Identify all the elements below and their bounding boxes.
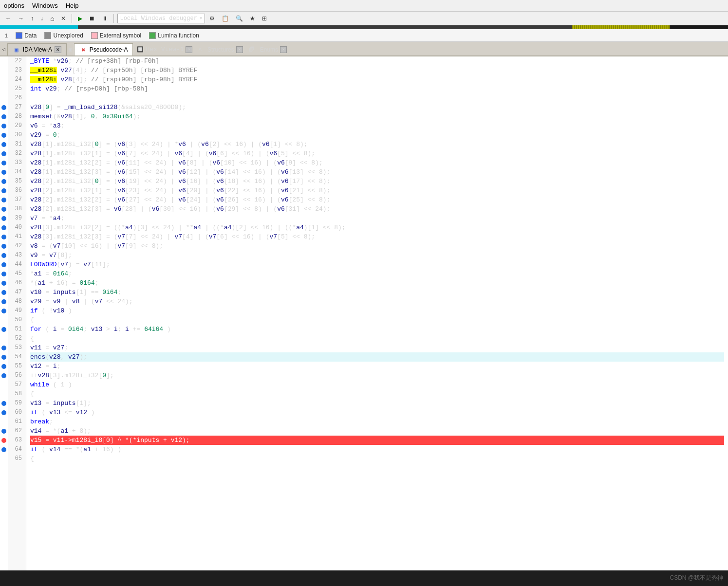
breakpoint-dot[interactable] <box>1 124 6 128</box>
breakpoint-dot[interactable] <box>1 105 6 110</box>
breakpoint-dot[interactable] <box>1 188 6 193</box>
breakpoint-dot[interactable] <box>1 142 6 147</box>
breakpoint-dot[interactable] <box>1 179 6 184</box>
breakpoint-dot[interactable] <box>1 235 6 239</box>
breakpoint-dot[interactable] <box>1 151 6 156</box>
line-number: 56 <box>10 371 22 380</box>
debugger-dropdown[interactable]: Local Windows debugger ▾ <box>117 14 205 23</box>
dropdown-arrow-icon: ▾ <box>199 15 203 22</box>
line-number: 24 <box>10 75 22 84</box>
tab-close-enums[interactable]: ✕ <box>280 46 287 53</box>
breakpoint-dot[interactable] <box>1 133 6 138</box>
code-line: if ( v14 == *(a1 + 16) ) <box>30 445 724 454</box>
breakpoint-dot[interactable] <box>1 447 6 452</box>
tab-icon-enums: 🗐 <box>249 46 254 53</box>
breakpoint-dot[interactable] <box>1 355 6 360</box>
line-number: 55 <box>10 362 22 371</box>
toolbar-btn-extra1[interactable]: ⚙ <box>207 14 217 23</box>
menu-options[interactable]: options <box>4 2 24 9</box>
gutter-cell <box>0 389 8 399</box>
line-number: 25 <box>10 84 22 93</box>
code-line: break; <box>30 417 724 426</box>
breakpoint-dot[interactable] <box>1 309 6 313</box>
line-number: 54 <box>10 352 22 362</box>
breakpoint-dot[interactable] <box>1 114 6 119</box>
breakpoint-dot[interactable] <box>1 272 6 276</box>
code-line: { <box>30 454 724 463</box>
breakpoint-dot[interactable] <box>1 161 6 165</box>
breakpoint-dot[interactable] <box>1 216 6 221</box>
legend-bar: 1 Data Unexplored External symbol Lumina… <box>0 29 728 42</box>
toolbar-btn-up[interactable]: ↑ <box>28 14 36 23</box>
toolbar-btn-back[interactable]: ← <box>3 14 14 23</box>
breakpoint-dot[interactable] <box>1 207 6 212</box>
breakpoint-dot[interactable] <box>1 253 6 258</box>
toolbar-btn-stop[interactable]: ⏹ <box>87 14 97 23</box>
code-line <box>30 93 724 103</box>
legend-num: 1 <box>5 33 8 38</box>
gutter-cell <box>0 167 8 177</box>
tab-label-enums[interactable]: Enums <box>260 46 278 53</box>
tab-pseudocode-a[interactable]: ✖ Pseudocode-A <box>74 43 133 55</box>
toolbar-btn-close[interactable]: ✕ <box>58 14 68 23</box>
gutter-cell <box>0 121 8 130</box>
tab-label-pseudocode-a: Pseudocode-A <box>90 46 128 53</box>
breakpoint-dot[interactable] <box>1 198 6 202</box>
tab-label-structures[interactable]: Structures <box>207 46 234 53</box>
toolbar-btn-pause[interactable]: ⏸ <box>99 14 110 23</box>
breakpoint-dot[interactable] <box>1 410 6 415</box>
tab-close-hex[interactable]: ✕ <box>186 46 192 53</box>
code-line: v28[2].m128i_i32[1] = (v6[23] << 24) | v… <box>30 186 724 195</box>
tab-label-hex-view-1[interactable]: Hex View-1 <box>146 46 184 53</box>
tab-close-ida-view-a[interactable]: ✕ <box>55 46 61 53</box>
breakpoint-dot[interactable] <box>1 281 6 286</box>
breakpoint-dot[interactable] <box>1 327 6 332</box>
breakpoint-dot[interactable] <box>1 262 6 267</box>
code-line: v12 = i; <box>30 362 724 371</box>
breakpoint-dot[interactable] <box>1 346 6 350</box>
breakpoint-dot[interactable] <box>1 225 6 230</box>
toolbar-btn-home[interactable]: ⌂ <box>48 13 56 24</box>
code-line: v14 = *(a1 + 8); <box>30 426 724 436</box>
breakpoint-dot[interactable] <box>1 429 6 434</box>
breakpoint-dot[interactable] <box>1 373 6 378</box>
breakpoint-dot[interactable] <box>1 290 6 295</box>
nav-bar-black <box>670 25 728 29</box>
code-line: v9 = v7[8]; <box>30 251 724 260</box>
tab-bar-arrow[interactable]: ◁ <box>2 46 5 53</box>
tab-close-structures[interactable]: ✕ <box>236 46 243 53</box>
breakpoint-dot[interactable] <box>1 170 6 175</box>
legend-dot-lumina <box>149 32 156 39</box>
menu-windows[interactable]: Windows <box>32 2 58 9</box>
gutter-cell <box>0 426 8 436</box>
line-number: 50 <box>10 315 22 325</box>
breakpoint-dot[interactable] <box>1 401 6 406</box>
breakpoint-dot[interactable] <box>1 244 6 249</box>
toolbar-btn-extra4[interactable]: ★ <box>247 14 258 23</box>
gutter-cell <box>0 186 8 195</box>
breakpoint-dot[interactable] <box>1 299 6 304</box>
toolbar-btn-play[interactable]: ▶ <box>75 14 85 23</box>
code-content[interactable]: _BYTE *v26; // [rsp+38h] [rbp-F0h] __m12… <box>26 56 728 570</box>
legend-dot-external <box>91 32 98 39</box>
gutter-cell <box>0 251 8 260</box>
gutter-cell <box>0 75 8 84</box>
toolbar-btn-forward[interactable]: → <box>16 14 26 23</box>
line-number: 32 <box>10 149 22 158</box>
toolbar-btn-extra5[interactable]: ⊞ <box>260 14 269 23</box>
code-line: v28[2].m128i_i32[0] = (v6[19] << 24) | v… <box>30 177 724 186</box>
menu-help[interactable]: Help <box>66 2 79 9</box>
gutter-cell <box>0 408 8 417</box>
menu-bar: options Windows Help <box>0 0 728 12</box>
line-number: 53 <box>10 343 22 352</box>
legend-dot-data <box>16 32 22 39</box>
breakpoint-dot[interactable] <box>1 438 6 443</box>
breakpoint-dot[interactable] <box>1 364 6 369</box>
line-number: 57 <box>10 380 22 389</box>
toolbar: ← → ↑ ↓ ⌂ ✕ ▶ ⏹ ⏸ Local Windows debugger… <box>0 12 728 25</box>
code-line: v28[1].m128i_i32[1] = (v6[7] << 24) | v6… <box>30 149 724 158</box>
tab-ida-view-a[interactable]: ▣ IDA View-A ✕ <box>7 43 67 55</box>
toolbar-btn-extra2[interactable]: 📋 <box>219 14 231 23</box>
toolbar-btn-extra3[interactable]: 🔍 <box>233 14 245 23</box>
toolbar-btn-down[interactable]: ↓ <box>38 14 46 23</box>
